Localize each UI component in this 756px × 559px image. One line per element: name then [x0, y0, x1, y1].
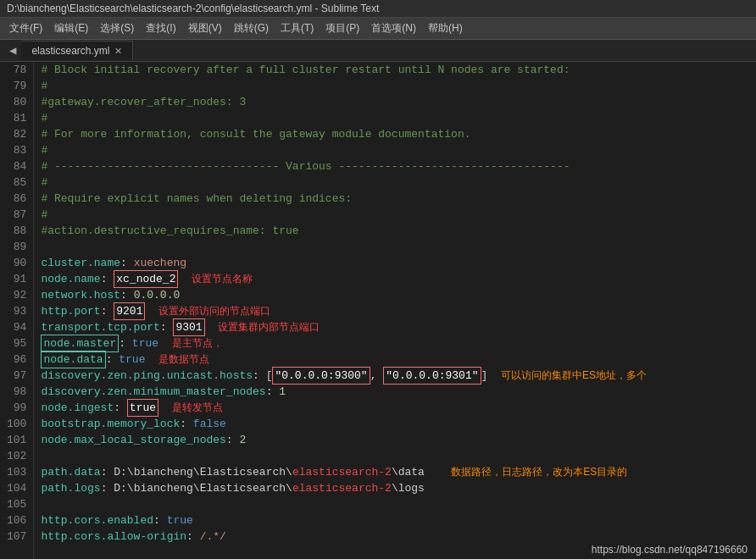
annotation-node-name: 设置节点名称	[192, 271, 253, 287]
ln-79: 79	[7, 78, 26, 94]
ln-89: 89	[7, 239, 26, 255]
line-96: node.data: true 是数据节点	[41, 351, 749, 368]
ln-80: 80	[7, 94, 26, 110]
line-95: node.master: true 是主节点，	[41, 335, 749, 351]
menu-edit[interactable]: 编辑(E)	[49, 20, 93, 36]
ln-82: 82	[7, 126, 26, 142]
val-transport-port-box: 9301	[173, 318, 204, 336]
key-node-master-box: node.master	[41, 335, 119, 352]
val-path-data-highlight: elasticsearch-2	[292, 464, 392, 480]
line-92: network.host: 0.0.0.0	[41, 287, 749, 303]
tab-close-button[interactable]: ✕	[114, 46, 122, 57]
line-79: #	[41, 78, 749, 94]
line-78: # Block initial recovery after a full cl…	[41, 62, 749, 78]
line-82: # For more information, consult the gate…	[41, 126, 749, 142]
comment-83: #	[41, 142, 47, 158]
val-path-logs-highlight: elasticsearch-2	[292, 480, 392, 496]
ln-83: 83	[7, 142, 26, 158]
key-http-port: http.port	[41, 303, 100, 319]
line-83: #	[41, 142, 749, 158]
url-bar: https://blog.csdn.net/qq847196660	[592, 544, 748, 556]
ln-88: 88	[7, 223, 26, 239]
menu-select[interactable]: 选择(S)	[95, 20, 139, 36]
url-text: https://blog.csdn.net/qq847196660	[592, 544, 748, 556]
line-97: discovery.zen.ping.unicast.hosts: ["0.0.…	[41, 368, 749, 384]
menu-help[interactable]: 帮助(H)	[423, 20, 468, 36]
ln-99: 99	[7, 400, 26, 416]
key-cors-enabled: http.cors.enabled	[41, 512, 153, 529]
comment-80: #gateway.recover_after_nodes: 3	[41, 94, 246, 110]
comment-87: #	[41, 207, 47, 223]
key-cors-origin: http.cors.allow-origin	[41, 529, 186, 545]
ln-84: 84	[7, 158, 26, 174]
ln-102: 102	[7, 448, 26, 464]
menu-goto[interactable]: 跳转(G)	[229, 20, 274, 36]
comment-85: #	[41, 174, 47, 191]
line-107: http.cors.allow-origin: /.*/	[41, 529, 749, 545]
ln-92: 92	[7, 287, 26, 303]
ln-90: 90	[7, 255, 26, 271]
ln-95: 95	[7, 335, 26, 351]
annotation-node-ingest: 是转发节点	[172, 400, 223, 416]
line-80: #gateway.recover_after_nodes: 3	[41, 94, 749, 110]
key-bootstrap: bootstrap.memory_lock	[41, 416, 180, 432]
line-87: #	[41, 207, 749, 223]
menu-find[interactable]: 查找(I)	[141, 20, 181, 36]
menu-bar: 文件(F) 编辑(E) 选择(S) 查找(I) 视图(V) 跳转(G) 工具(T…	[0, 18, 756, 40]
val-max-local: 2	[239, 432, 246, 448]
line-93: http.port: 9201 设置外部访问的节点端口	[41, 303, 749, 319]
tab-label: elasticsearch.yml	[31, 45, 109, 57]
ln-94: 94	[7, 319, 26, 335]
comment-84: # ---------------------------------- Var…	[41, 158, 570, 174]
val-cluster-name: xuecheng	[134, 255, 186, 271]
menu-file[interactable]: 文件(F)	[4, 20, 47, 36]
ln-85: 85	[7, 174, 26, 191]
line-98: discovery.zen.minimum_master_nodes: 1	[41, 384, 749, 400]
menu-project[interactable]: 项目(P)	[320, 20, 364, 36]
menu-tools[interactable]: 工具(T)	[275, 20, 319, 36]
line-101: node.max_local_storage_nodes: 2	[41, 432, 749, 448]
ln-103: 103	[7, 464, 26, 480]
code-area[interactable]: # Block initial recovery after a full cl…	[34, 62, 756, 559]
annotation-transport-port: 设置集群内部节点端口	[218, 319, 320, 335]
comment-81: #	[41, 110, 47, 126]
ln-87: 87	[7, 207, 26, 223]
ln-78: 78	[7, 62, 26, 78]
line-105	[41, 496, 749, 512]
key-cluster-name: cluster.name	[41, 255, 120, 271]
key-discovery: discovery.zen.ping.unicast.hosts	[41, 368, 253, 384]
val-http-port-box: 9201	[114, 302, 145, 320]
annotation-http-port: 设置外部访问的节点端口	[158, 303, 270, 319]
tab-arrow-left[interactable]: ◀	[4, 40, 21, 61]
key-min-master: discovery.zen.minimum_master_nodes	[41, 384, 265, 400]
menu-prefs[interactable]: 首选项(N)	[366, 20, 421, 36]
annotation-discovery: 可以访问的集群中ES地址，多个	[501, 368, 647, 384]
line-88: #action.destructive_requires_name: true	[41, 223, 749, 239]
key-node-name: node.name	[41, 271, 100, 287]
line-81: #	[41, 110, 749, 126]
val-min-master: 1	[279, 384, 286, 400]
line-89	[41, 239, 749, 255]
tab-elasticsearch-yml[interactable]: elasticsearch.yml ✕	[21, 41, 133, 60]
comment-88: #action.destructive_requires_name: true	[41, 223, 298, 239]
val-node-ingest-box: true	[127, 399, 158, 417]
editor: 78 79 80 81 82 83 84 85 86 87 88 89 90 9…	[0, 62, 756, 559]
ln-101: 101	[7, 432, 26, 448]
key-path-data: path.data	[41, 464, 100, 480]
ln-98: 98	[7, 384, 26, 400]
ln-106: 106	[7, 512, 26, 529]
key-transport-port: transport.tcp.port	[41, 319, 159, 335]
val-cors-enabled: true	[167, 512, 193, 529]
key-path-logs: path.logs	[41, 480, 100, 496]
line-102	[41, 448, 749, 464]
ln-91: 91	[7, 271, 26, 287]
menu-view[interactable]: 视图(V)	[183, 20, 227, 36]
ln-93: 93	[7, 303, 26, 319]
val-node-master: true	[132, 335, 158, 351]
line-85: #	[41, 174, 749, 191]
annotation-node-data: 是数据节点	[158, 351, 209, 368]
line-94: transport.tcp.port: 9301 设置集群内部节点端口	[41, 319, 749, 335]
line-90: cluster.name: xuecheng	[41, 255, 749, 271]
key-node-ingest: node.ingest	[41, 400, 114, 416]
val-node-data: true	[119, 351, 145, 368]
